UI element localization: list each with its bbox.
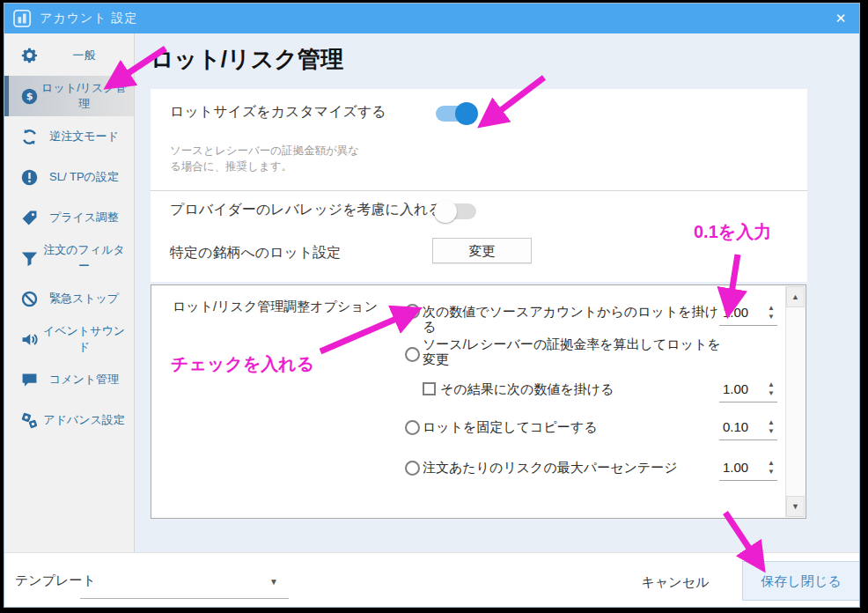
close-icon[interactable]: ✕ (831, 10, 850, 27)
spin-up-icon[interactable]: ▲ (768, 460, 775, 466)
sidebar-item-sltp[interactable]: SL/ TPの設定 (4, 157, 134, 197)
filter-icon (18, 250, 40, 267)
sidebar: 一般 $ ロット/リスク管理 逆注文モード SL/ TPの設定 プライス調整 (4, 33, 135, 552)
gears-icon (18, 412, 40, 429)
speaker-icon (18, 331, 40, 348)
spin-down-icon[interactable]: ▼ (768, 469, 775, 475)
gear-icon (18, 48, 40, 64)
sidebar-item-label: ロット/リスク管理 (40, 80, 134, 112)
comment-icon (18, 372, 40, 388)
customize-lot-description: ソースとレシーバーの証拠金額が異なる場合に、推奨します。 (170, 143, 367, 174)
spin-value[interactable]: 1.00 (719, 381, 768, 396)
template-select[interactable]: ▼ (80, 569, 289, 599)
sidebar-item-label: 緊急ストップ (40, 291, 134, 306)
sidebar-item-label: プライス調整 (40, 210, 134, 225)
footer-bar: テンプレート ▼ キャンセル 保存し閉じる (4, 552, 859, 607)
radio-multiply-source-lot[interactable] (405, 304, 420, 319)
spin-up-icon[interactable]: ▲ (768, 305, 775, 311)
result-multiply-value-input[interactable]: 1.00 ▲▼ (719, 376, 777, 403)
save-close-button[interactable]: 保存し閉じる (742, 561, 860, 601)
sync-icon (18, 129, 40, 145)
spin-up-icon[interactable]: ▲ (768, 419, 775, 425)
spin-down-icon[interactable]: ▼ (768, 314, 775, 320)
spin-down-icon[interactable]: ▼ (768, 390, 775, 396)
radio-margin-ratio[interactable] (405, 347, 420, 362)
settings-panel: ロットサイズをカスタマイズする ソースとレシーバーの証拠金額が異なる場合に、推奨… (151, 89, 807, 282)
checkbox-multiply-result[interactable] (423, 382, 436, 395)
spin-value[interactable]: 1.00 (719, 460, 768, 475)
option-label: 次の数値でソースアカウントからのロットを掛ける (423, 304, 726, 335)
exclamation-circle-icon (18, 169, 40, 186)
sidebar-item-advanced[interactable]: アドバンス設定 (4, 400, 134, 440)
svg-text:$: $ (26, 91, 33, 102)
radio-risk-percent[interactable] (405, 461, 420, 476)
sidebar-item-general[interactable]: 一般 (4, 35, 134, 76)
title-bar: アカウント 設定 ✕ (4, 4, 859, 33)
panel-divider (151, 190, 807, 191)
toggle-knob (434, 200, 457, 223)
options-scrollbar[interactable]: ▲ ▼ (785, 286, 805, 517)
sidebar-item-label: 逆注文モード (40, 129, 134, 144)
sidebar-item-price-adjust[interactable]: プライス調整 (4, 197, 134, 238)
customize-lot-toggle[interactable] (436, 106, 476, 122)
leverage-label: プロバイダーのレバレッジを考慮に入れる (170, 201, 443, 219)
price-tag-icon (18, 210, 40, 226)
multiply-value-input[interactable]: 1.00 ▲▼ (719, 299, 777, 326)
option-label: その結果に次の数値を掛ける (440, 381, 731, 396)
cancel-button[interactable]: キャンセル (631, 571, 719, 594)
option-label: 注文あたりのリスクの最大パーセンテージ (423, 460, 726, 475)
leverage-toggle[interactable] (436, 203, 476, 219)
sidebar-item-label: イベントサウンド (40, 323, 134, 355)
spin-up-icon[interactable]: ▲ (768, 381, 775, 388)
sidebar-item-label: アドバンス設定 (40, 412, 134, 428)
spin-down-icon[interactable]: ▼ (768, 428, 775, 434)
sidebar-item-comment[interactable]: コメント管理 (4, 359, 134, 400)
scroll-up-icon[interactable]: ▲ (786, 286, 805, 307)
spin-value[interactable]: 0.10 (719, 419, 768, 434)
sidebar-item-reverse-mode[interactable]: 逆注文モード (4, 116, 134, 157)
sidebar-item-label: SL/ TPの設定 (40, 169, 134, 185)
account-settings-dialog: アカウント 設定 ✕ 一般 $ ロット/リスク管理 逆注文モード SL/ (4, 3, 860, 608)
chevron-down-icon: ▼ (269, 577, 278, 587)
risk-percent-value-input[interactable]: 1.00 ▲▼ (719, 454, 777, 481)
option-label: ロットを固定してコピーする (423, 419, 726, 434)
scroll-down-icon[interactable]: ▼ (786, 496, 805, 517)
sidebar-item-label: 一般 (40, 48, 134, 63)
options-panel-label: ロット/リスク管理調整オプション (173, 299, 378, 315)
lot-risk-options-panel: ロット/リスク管理調整オプション 次の数値でソースアカウントからのロットを掛ける… (151, 284, 806, 519)
sidebar-item-event-sound[interactable]: イベントサウンド (4, 319, 134, 359)
app-logo-icon (13, 10, 33, 27)
spin-value[interactable]: 1.00 (719, 305, 768, 320)
page-title: ロット/リスク管理 (151, 44, 343, 75)
sidebar-item-lot-risk[interactable]: $ ロット/リスク管理 (4, 76, 134, 116)
customize-lot-label: ロットサイズをカスタマイズする (170, 103, 386, 122)
radio-fixed-lot[interactable] (405, 420, 420, 435)
sidebar-item-label: 注文のフィルター (40, 242, 134, 274)
window-title: アカウント 設定 (40, 11, 138, 26)
sidebar-item-label: コメント管理 (40, 372, 134, 388)
symbol-lot-label: 特定の銘柄へのロット設定 (170, 244, 341, 262)
sidebar-item-emergency-stop[interactable]: 緊急ストップ (4, 278, 134, 319)
option-label: ソース/レシーバーの証拠金率を算出してロットを変更 (423, 336, 726, 367)
fixed-lot-value-input[interactable]: 0.10 ▲▼ (719, 414, 777, 440)
toggle-knob (455, 102, 478, 125)
sidebar-item-order-filter[interactable]: 注文のフィルター (4, 238, 134, 278)
change-button[interactable]: 変更 (432, 238, 532, 263)
dollar-circle-icon: $ (18, 88, 40, 105)
block-icon (18, 291, 40, 307)
